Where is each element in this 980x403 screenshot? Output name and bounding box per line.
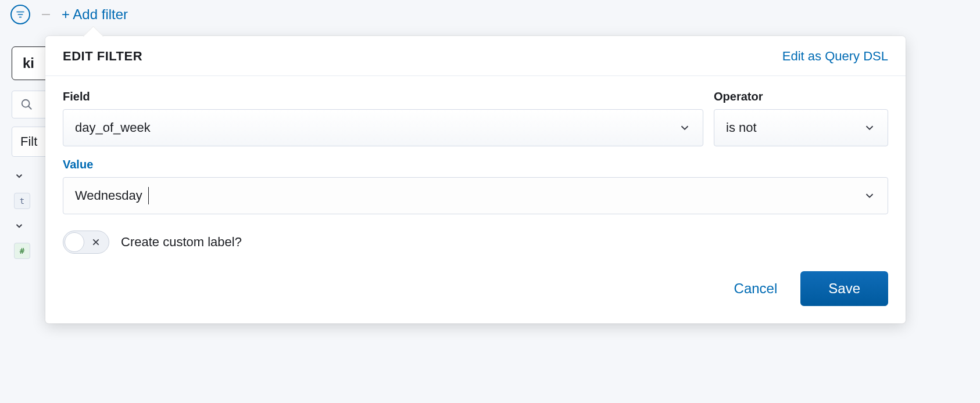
search-icon [20,98,33,111]
field-type-text-icon: t [14,193,30,209]
value-text: Wednesday [75,188,142,203]
divider [42,14,50,15]
value-combobox[interactable]: Wednesday [63,177,888,214]
svg-line-4 [28,106,32,110]
chevron-down-icon [14,221,24,231]
operator-select[interactable]: is not [714,109,888,146]
create-custom-label-text: Create custom label? [121,235,242,250]
edit-filter-popover: EDIT FILTER Edit as Query DSL Field day_… [45,36,906,323]
popover-footer: Cancel Save [63,271,888,306]
edit-as-query-dsl-link[interactable]: Edit as Query DSL [782,49,888,64]
operator-select-value: is not [726,120,757,135]
cancel-button[interactable]: Cancel [727,272,785,305]
toggle-knob [65,232,84,252]
svg-point-3 [22,100,30,107]
popover-body: Field day_of_week Operator is not V [45,76,906,323]
value-label: Value [63,158,888,171]
field-select-value: day_of_week [75,120,151,135]
create-custom-label-toggle[interactable] [63,231,109,254]
popover-header: EDIT FILTER Edit as Query DSL [45,36,906,76]
close-icon [91,238,101,247]
global-filter-menu-button[interactable] [10,5,30,24]
field-type-number-icon: # [14,243,30,259]
chevron-down-icon [678,121,691,134]
field-label: Field [63,90,703,103]
filter-icon [15,9,26,20]
save-button[interactable]: Save [800,271,888,306]
operator-label: Operator [714,90,888,103]
chevron-down-icon [14,171,24,181]
chevron-down-icon [863,121,876,134]
popover-title: EDIT FILTER [63,49,142,64]
field-select[interactable]: day_of_week [63,109,703,146]
chevron-down-icon [863,189,876,202]
filter-bar: + Add filter [0,0,980,35]
text-caret [148,187,149,204]
add-filter-button[interactable]: + Add filter [62,6,128,23]
